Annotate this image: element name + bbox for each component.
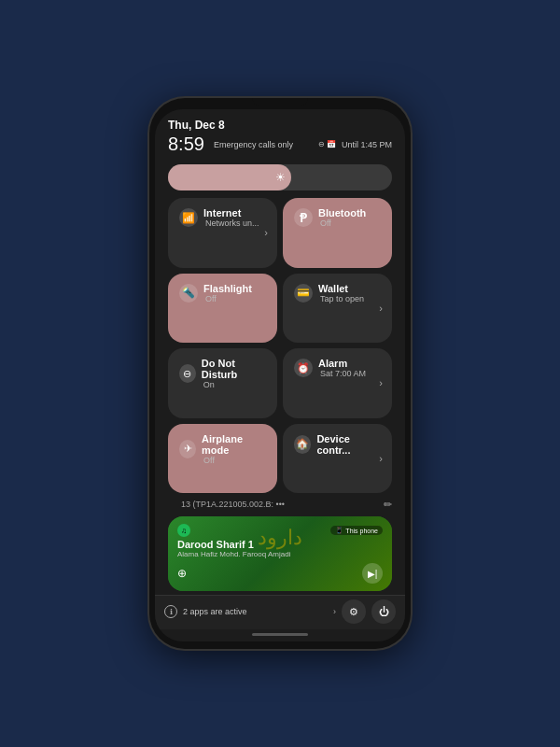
bluetooth-title: Bluetooth xyxy=(318,207,366,218)
brightness-bar[interactable]: ☀ xyxy=(168,164,392,190)
this-phone-badge: 📱 This phone xyxy=(330,526,383,535)
internet-title: Internet xyxy=(203,207,259,218)
apps-arrow[interactable]: › xyxy=(333,607,336,616)
date-display: Thu, Dec 8 xyxy=(168,119,392,132)
wallet-title: Wallet xyxy=(318,283,364,294)
nav-pill xyxy=(252,633,308,636)
until-text: Until 1:45 PM xyxy=(342,140,392,149)
bluetooth-icon: Ᵽ xyxy=(294,208,313,227)
tile-airplane[interactable]: ✈ Airplane mode Off xyxy=(168,424,277,494)
alarm-arrow: › xyxy=(379,377,383,388)
phone-screen: Thu, Dec 8 8:59 Emergency calls only ⊖ 📅… xyxy=(155,109,405,641)
dnd-icon: ⊖ xyxy=(179,364,196,383)
bluetooth-subtitle: Off xyxy=(320,218,366,228)
section-label-row: 13 (TP1A.221005.002.B: ••• ✏ xyxy=(155,497,405,513)
internet-subtitle: Networks un... xyxy=(205,218,259,228)
media-next-button[interactable]: ▶| xyxy=(362,563,383,584)
tile-flashlight[interactable]: 🔦 Flashlight Off xyxy=(168,274,277,344)
media-artist: Alama Hafiz Mohd. Farooq Amjadi xyxy=(177,550,383,558)
flashlight-subtitle: Off xyxy=(205,294,252,303)
tile-alarm[interactable]: ⏰ Alarm Sat 7:00 AM › xyxy=(283,348,392,418)
alarm-icon: ⏰ xyxy=(294,359,313,377)
brightness-fill xyxy=(168,164,291,190)
dnd-title: Do Not Disturb xyxy=(202,358,266,380)
section-label: 13 (TP1A.221005.002.B: ••• xyxy=(168,500,384,511)
tile-wallet[interactable]: 💳 Wallet Tap to open › xyxy=(283,274,392,344)
airplane-icon: ✈ xyxy=(179,440,196,458)
time-display: 8:59 xyxy=(168,134,204,155)
power-icon: ⏻ xyxy=(379,606,389,617)
edit-icon[interactable]: ✏ xyxy=(384,499,392,511)
phone-frame: Thu, Dec 8 8:59 Emergency calls only ⊖ 📅… xyxy=(149,98,411,649)
device-icon: 🏠 xyxy=(294,435,311,454)
bottom-bar: ℹ 2 apps are active › ⚙ ⏻ xyxy=(155,595,405,629)
status-bar: Thu, Dec 8 8:59 Emergency calls only ⊖ 📅… xyxy=(155,109,405,159)
device-title: Device contr... xyxy=(316,433,381,456)
apps-active-text: 2 apps are active xyxy=(183,607,328,616)
media-add-button[interactable]: ⊕ xyxy=(177,567,187,580)
airplane-title: Airplane mode xyxy=(202,433,266,456)
tile-dnd[interactable]: ⊖ Do Not Disturb On xyxy=(168,348,277,418)
media-player[interactable]: دارود ♫ 📱 This phone Darood Sharif 1 Ala… xyxy=(168,516,392,591)
power-button[interactable]: ⏻ xyxy=(371,599,396,624)
quick-tiles-grid: 📶 Internet Networks un... › Ᵽ Bluetooth … xyxy=(155,194,405,497)
wallet-arrow: › xyxy=(379,303,383,314)
notch xyxy=(252,98,308,106)
internet-icon: 📶 xyxy=(179,208,198,227)
flashlight-title: Flashlight xyxy=(203,283,252,294)
settings-button[interactable]: ⚙ xyxy=(342,599,366,624)
media-title: Darood Sharif 1 xyxy=(177,539,383,550)
spotify-icon: ♫ xyxy=(177,524,190,537)
wallet-icon: 💳 xyxy=(294,284,313,303)
wallet-subtitle: Tap to open xyxy=(320,294,364,303)
tile-internet[interactable]: 📶 Internet Networks un... › xyxy=(168,198,277,268)
media-content: ♫ 📱 This phone Darood Sharif 1 Alama Haf… xyxy=(168,516,392,591)
tile-bluetooth[interactable]: Ᵽ Bluetooth Off xyxy=(283,198,392,268)
airplane-subtitle: Off xyxy=(203,456,266,465)
phone-badge-icon: 📱 xyxy=(335,527,343,534)
info-icon: ℹ xyxy=(164,605,177,618)
internet-arrow: › xyxy=(264,227,268,238)
brightness-container: ☀ xyxy=(155,159,405,194)
alarm-title: Alarm xyxy=(318,358,366,369)
device-arrow: › xyxy=(379,453,383,464)
flashlight-icon: 🔦 xyxy=(179,284,198,303)
nav-bar xyxy=(155,629,405,641)
tile-device[interactable]: 🏠 Device contr... › xyxy=(283,424,392,494)
settings-icon: ⚙ xyxy=(349,606,358,618)
alarm-subtitle: Sat 7:00 AM xyxy=(320,369,366,378)
brightness-icon: ☀ xyxy=(275,171,286,184)
emergency-text: Emergency calls only xyxy=(214,140,313,149)
dnd-subtitle: On xyxy=(203,380,266,389)
